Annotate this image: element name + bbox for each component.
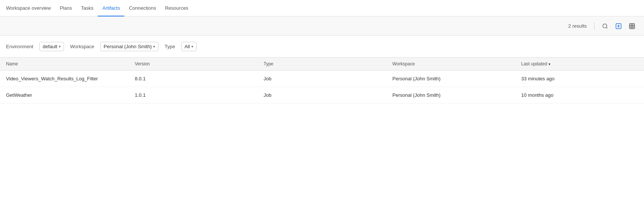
type-value: All	[185, 44, 190, 49]
column-header-version: Version	[129, 58, 258, 71]
grid-view-button[interactable]	[626, 20, 638, 32]
environment-select[interactable]: default ▾	[39, 42, 64, 51]
column-header-last_updated[interactable]: Last updated▾	[515, 58, 644, 71]
list-icon	[615, 23, 622, 30]
table-header: NameVersionTypeWorkspaceLast updated▾	[0, 58, 644, 71]
cell-last_updated-0: 33 minutes ago	[515, 71, 644, 87]
type-select[interactable]: All ▾	[181, 42, 197, 51]
cell-type-1: Job	[258, 87, 386, 104]
svg-line-1	[606, 27, 607, 28]
cell-workspace-1: Personal (John Smith)	[386, 87, 515, 104]
search-button[interactable]	[599, 20, 611, 32]
svg-point-0	[603, 24, 607, 28]
filters-row: Environment default ▾ Workspace Personal…	[0, 36, 644, 58]
cell-type-0: Job	[258, 71, 386, 87]
nav-item-plans[interactable]: Plans	[55, 0, 77, 16]
top-nav: Workspace overviewPlansTasksArtifactsCon…	[0, 0, 644, 16]
table-row: GetWeather1.0.1JobPersonal (John Smith)1…	[0, 87, 644, 104]
environment-chevron-icon: ▾	[59, 44, 61, 49]
nav-item-artifacts[interactable]: Artifacts	[98, 0, 124, 16]
column-header-name: Name	[0, 58, 129, 71]
workspace-chevron-icon: ▾	[153, 44, 155, 49]
environment-label: Environment	[6, 44, 33, 49]
toolbar: 2 results	[0, 16, 644, 36]
grid-icon	[629, 23, 635, 30]
table-body: Video_Viewers_Watch_Results_Log_Filter8.…	[0, 71, 644, 104]
toolbar-divider	[594, 22, 595, 30]
nav-item-tasks[interactable]: Tasks	[76, 0, 98, 16]
sort-arrow-icon: ▾	[549, 62, 550, 66]
type-chevron-icon: ▾	[191, 44, 193, 49]
svg-rect-6	[629, 24, 635, 29]
table-row: Video_Viewers_Watch_Results_Log_Filter8.…	[0, 71, 644, 87]
nav-item-connections[interactable]: Connections	[124, 0, 160, 16]
cell-version-0: 8.0.1	[129, 71, 258, 87]
artifacts-table: NameVersionTypeWorkspaceLast updated▾ Vi…	[0, 58, 644, 104]
cell-last_updated-1: 10 months ago	[515, 87, 644, 104]
type-label: Type	[164, 44, 175, 49]
workspace-label: Workspace	[70, 44, 94, 49]
cell-name-1[interactable]: GetWeather	[0, 87, 129, 104]
nav-item-workspace-overview[interactable]: Workspace overview	[6, 0, 55, 16]
environment-value: default	[43, 44, 57, 49]
workspace-value: Personal (John Smith)	[104, 44, 152, 49]
search-icon	[602, 23, 608, 29]
nav-item-resources[interactable]: Resources	[161, 0, 193, 16]
column-header-type: Type	[258, 58, 386, 71]
cell-version-1: 1.0.1	[129, 87, 258, 104]
cell-workspace-0: Personal (John Smith)	[386, 71, 515, 87]
results-count: 2 results	[568, 23, 587, 29]
workspace-select[interactable]: Personal (John Smith) ▾	[100, 42, 159, 51]
cell-name-0[interactable]: Video_Viewers_Watch_Results_Log_Filter	[0, 71, 129, 87]
list-view-button[interactable]	[613, 20, 625, 32]
column-header-workspace: Workspace	[386, 58, 515, 71]
